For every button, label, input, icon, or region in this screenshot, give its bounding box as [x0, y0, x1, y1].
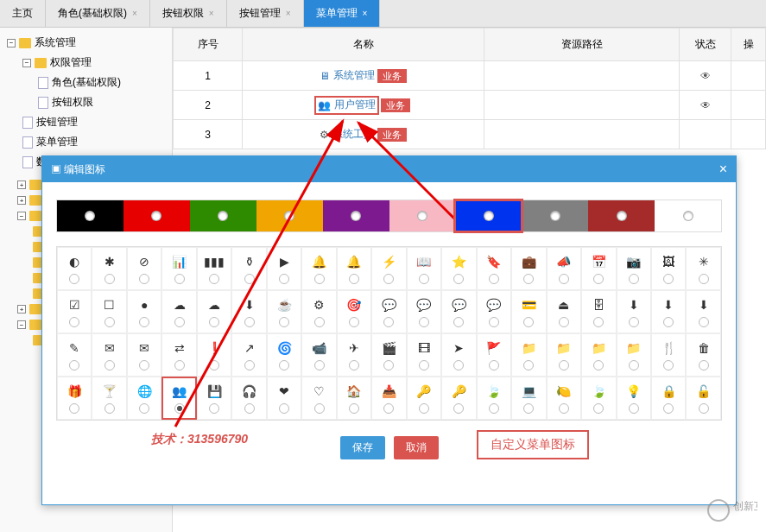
close-icon[interactable]: ×: [209, 9, 214, 18]
table-row[interactable]: 3 ⚙系统工具 业务: [174, 120, 766, 149]
color-swatch[interactable]: [455, 200, 522, 231]
color-swatch[interactable]: [57, 200, 123, 231]
color-swatch[interactable]: [323, 200, 389, 231]
collapse-icon[interactable]: −: [7, 39, 16, 48]
folder-close-alt-icon-option[interactable]: 📁: [581, 333, 616, 377]
tree-root[interactable]: − 系统管理: [3, 33, 168, 53]
color-swatch[interactable]: [655, 200, 721, 231]
table-row[interactable]: 2 👥用户管理 业务 👁: [174, 91, 766, 120]
collapse-icon[interactable]: −: [17, 212, 26, 220]
tree-leaf-button-mgmt[interactable]: 按钮管理: [3, 112, 168, 132]
tab-menu-mgmt[interactable]: 菜单管理×: [304, 0, 381, 27]
close-icon[interactable]: ×: [719, 162, 727, 177]
heart-empty-icon-option[interactable]: ♡: [301, 377, 336, 420]
exclamation-icon-option[interactable]: ❗: [197, 333, 231, 377]
headphones-icon-option[interactable]: 🎧: [231, 377, 266, 420]
trash-icon-option[interactable]: 🗑: [686, 333, 720, 377]
key-icon-option[interactable]: 🔑: [407, 377, 441, 420]
home-icon-option[interactable]: 🏠: [337, 377, 371, 420]
eye-icon[interactable]: 👁: [700, 70, 711, 82]
lock-icon-option[interactable]: 🔒: [651, 377, 686, 420]
expand-icon[interactable]: +: [17, 196, 26, 205]
exchange-icon-option[interactable]: ⇄: [161, 333, 196, 377]
comment-icon-option[interactable]: 💬: [371, 290, 406, 333]
bookmark-icon-option[interactable]: 🔖: [477, 247, 511, 290]
close-icon[interactable]: ×: [363, 9, 368, 18]
glass-icon-option[interactable]: 🍸: [92, 377, 126, 420]
comment-alt-icon-option[interactable]: 💬: [407, 290, 441, 333]
ban-icon-option[interactable]: ⊘: [127, 247, 161, 290]
briefcase-icon-option[interactable]: 💼: [511, 247, 546, 290]
laptop-icon-option[interactable]: 💻: [511, 377, 546, 420]
leaf-alt-icon-option[interactable]: 🍃: [581, 377, 616, 420]
comments-alt-icon-option[interactable]: 💬: [477, 290, 511, 333]
bell-icon-option[interactable]: 🔔: [337, 247, 371, 290]
bolt-icon-option[interactable]: ⚡: [371, 247, 406, 290]
color-swatch[interactable]: [123, 200, 190, 231]
cloud-icon-option[interactable]: ☁: [161, 290, 196, 333]
cutlery-icon-option[interactable]: 🍴: [651, 333, 686, 377]
color-swatch[interactable]: [389, 200, 456, 231]
cancel-button[interactable]: 取消: [394, 436, 439, 459]
bullhorn-icon-option[interactable]: ▶: [267, 247, 301, 290]
color-swatch[interactable]: [190, 200, 256, 231]
bullseye-icon-option[interactable]: 🎯: [337, 290, 371, 333]
unlock-icon-option[interactable]: 🔓: [686, 377, 720, 420]
globe-icon-option[interactable]: 🌐: [127, 377, 161, 420]
bar-chart-icon-option[interactable]: 📊: [161, 247, 196, 290]
adjust-icon-option[interactable]: ◐: [57, 247, 92, 290]
certificate-icon-option[interactable]: ✳: [686, 247, 720, 290]
tree-leaf-button-perm[interactable]: 按钮权限: [3, 92, 168, 112]
download-alt-icon-option[interactable]: ⬇: [651, 290, 686, 333]
expand-icon[interactable]: +: [17, 305, 26, 314]
close-icon[interactable]: ×: [132, 9, 137, 18]
comments-icon-option[interactable]: 💬: [441, 290, 476, 333]
eye-icon[interactable]: 👁: [700, 99, 711, 111]
credit-card-icon-option[interactable]: 💳: [511, 290, 546, 333]
inbox-icon-option[interactable]: 📥: [371, 377, 406, 420]
coffee-icon-option[interactable]: ☕: [267, 290, 301, 333]
film-alt-icon-option[interactable]: 🎞: [407, 333, 441, 377]
film-icon-option[interactable]: 🎬: [371, 333, 406, 377]
color-swatch[interactable]: [522, 200, 588, 231]
group-icon-option[interactable]: 👥: [161, 377, 196, 420]
flag-icon-option[interactable]: 🚩: [477, 333, 511, 377]
beaker-icon-option[interactable]: ⚱: [231, 247, 266, 290]
folder-close-icon-option[interactable]: 📁: [511, 333, 546, 377]
lightbulb-icon-option[interactable]: 💡: [617, 377, 651, 420]
table-row[interactable]: 1 🖥系统管理 业务 👁: [174, 61, 766, 91]
check-icon-option[interactable]: ☑: [57, 290, 92, 333]
gift-icon-option[interactable]: 🎁: [57, 377, 92, 420]
tree-leaf-role[interactable]: 角色(基础权限): [3, 73, 168, 92]
tab-role[interactable]: 角色(基础权限)×: [46, 0, 150, 27]
save-button[interactable]: 保存: [340, 436, 385, 459]
folder-open-icon-option[interactable]: 📁: [547, 333, 581, 377]
asterisk-icon-option[interactable]: ✱: [92, 247, 126, 290]
external-link-icon-option[interactable]: ↗: [231, 333, 266, 377]
key-alt-icon-option[interactable]: 🔑: [441, 377, 476, 420]
tab-button-mgmt[interactable]: 按钮管理×: [227, 0, 304, 27]
download-arrow-icon-option[interactable]: ⬇: [686, 290, 720, 333]
tree-node-perm[interactable]: − 权限管理: [3, 53, 168, 73]
megaphone-icon-option[interactable]: 📣: [547, 247, 581, 290]
hdd-icon-option[interactable]: 🗄: [581, 290, 616, 333]
lemon-icon-option[interactable]: 🍋: [547, 377, 581, 420]
circle-icon-option[interactable]: ●: [127, 290, 161, 333]
video-camera-icon-option[interactable]: 📹: [301, 333, 336, 377]
color-swatch[interactable]: [588, 200, 655, 231]
edit-icon-option[interactable]: ✎: [57, 333, 92, 377]
close-icon[interactable]: ×: [286, 9, 291, 18]
folder-open-alt-icon-option[interactable]: 📁: [617, 333, 651, 377]
bell-alt-icon-option[interactable]: 🔔: [301, 247, 336, 290]
expand-icon[interactable]: +: [17, 180, 26, 189]
download-icon-option[interactable]: ⬇: [617, 290, 651, 333]
barcode-icon-option[interactable]: ▮▮▮: [197, 247, 231, 290]
book-icon-option[interactable]: 📖: [407, 247, 441, 290]
heart-icon-option[interactable]: ❤: [267, 377, 301, 420]
collapse-icon[interactable]: −: [17, 320, 26, 329]
cloud-alt-icon-option[interactable]: ☁: [197, 290, 231, 333]
cog-icon-option[interactable]: ⚙: [301, 290, 336, 333]
save-icon-option[interactable]: 💾: [197, 377, 231, 420]
cloud-download-icon-option[interactable]: ⬇: [231, 290, 266, 333]
tab-home[interactable]: 主页: [0, 0, 46, 27]
